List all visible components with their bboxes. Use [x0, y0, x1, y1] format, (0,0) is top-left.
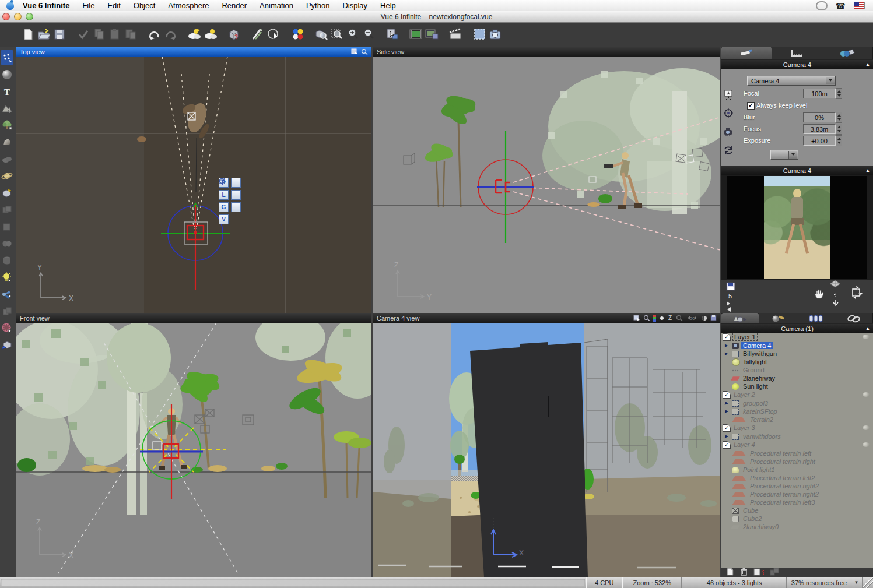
- paste-button[interactable]: [107, 26, 122, 43]
- object-row[interactable]: . Procedural terrain left: [721, 449, 873, 457]
- layer-checkbox[interactable]: ✓: [723, 391, 731, 399]
- resources-dropdown-icon[interactable]: ▼: [851, 577, 863, 588]
- viewport-zoom-icon[interactable]: [361, 48, 368, 55]
- object-label[interactable]: groupol3: [741, 400, 770, 407]
- camera-viewport-canvas[interactable]: X: [373, 323, 720, 577]
- focal-value-field[interactable]: 100m: [803, 89, 836, 98]
- import-object-tool[interactable]: [1, 185, 13, 200]
- exposure-spinner[interactable]: [836, 135, 842, 146]
- expand-icon[interactable]: ▶: [725, 399, 730, 407]
- camera-preview-frame[interactable]: [727, 176, 867, 279]
- object-label[interactable]: Ground: [741, 367, 766, 374]
- gizmo-rotate-button[interactable]: [231, 190, 241, 200]
- hypertexture-tool[interactable]: [1, 252, 13, 268]
- layer-checkbox[interactable]: ✓: [723, 441, 731, 449]
- object-row[interactable]: . Procedural terrain right: [721, 457, 873, 466]
- object-row[interactable]: . Point light1: [721, 466, 873, 474]
- redo-button[interactable]: [162, 26, 178, 43]
- zoom-in-button[interactable]: [345, 26, 360, 43]
- gizmo-resize-button[interactable]: [231, 202, 241, 212]
- pan-hand-icon[interactable]: [814, 288, 825, 302]
- zoom-out-button[interactable]: [360, 26, 376, 43]
- orbit-diamond-icon[interactable]: [829, 280, 842, 290]
- camera-select-dropdown-button[interactable]: [826, 77, 835, 84]
- layer-name[interactable]: Layer 3: [732, 424, 756, 431]
- zoom-window-button[interactable]: [26, 13, 33, 20]
- focus-value-field[interactable]: 3.83m: [803, 124, 836, 134]
- tab-links-view[interactable]: [835, 313, 873, 323]
- layer-name[interactable]: Layer 1: [732, 333, 758, 341]
- lens-dropdown[interactable]: [770, 150, 798, 160]
- layer-visibility-icon[interactable]: [863, 392, 870, 397]
- object-label[interactable]: Billywithgun: [741, 350, 779, 357]
- menu-edit[interactable]: Edit: [101, 1, 127, 10]
- layer-row[interactable]: ✓ Layer 3: [721, 424, 873, 432]
- undo-button[interactable]: [146, 26, 162, 43]
- menu-python[interactable]: Python: [300, 1, 336, 10]
- viewport-zoom-icon[interactable]: [643, 315, 650, 321]
- object-row[interactable]: . Ground: [721, 366, 873, 374]
- scatter-replicate-tool[interactable]: [1, 50, 13, 65]
- create-infinite-sphere-tool[interactable]: [1, 320, 13, 336]
- animation-wizard-button[interactable]: [448, 26, 464, 43]
- tab-material-browser[interactable]: [759, 313, 797, 323]
- menu-display[interactable]: Display: [336, 1, 374, 10]
- gizmo-v-button[interactable]: V: [219, 214, 229, 224]
- gizmo-l-button[interactable]: L: [219, 190, 229, 200]
- gizmo-move-button[interactable]: [231, 178, 241, 188]
- rgb-channels-icon[interactable]: [653, 315, 657, 322]
- tab-objects-aspect[interactable]: [822, 47, 873, 59]
- validate-button[interactable]: [75, 26, 91, 43]
- create-cloud-tool[interactable]: [1, 151, 13, 167]
- menu-object[interactable]: Object: [127, 1, 162, 10]
- keep-level-checkbox[interactable]: ✓: [747, 102, 755, 110]
- object-row[interactable]: . 2lanehiway0: [721, 523, 873, 531]
- layer-visibility-icon[interactable]: [863, 425, 870, 430]
- front-viewport-canvas[interactable]: Z X: [16, 323, 371, 577]
- rotate-view-icon[interactable]: [847, 284, 865, 303]
- object-row[interactable]: . Procedural terrain right2: [721, 490, 873, 498]
- object-label[interactable]: billylight: [742, 358, 769, 365]
- gizmo-g-button[interactable]: G: [219, 202, 229, 212]
- new-scene-button[interactable]: [20, 26, 36, 43]
- front-viewport-titlebar[interactable]: Front view: [16, 313, 371, 323]
- object-row[interactable]: . Sun light: [721, 382, 873, 390]
- object-properties-button[interactable]: ?: [226, 26, 241, 43]
- render-area-button[interactable]: [472, 26, 488, 43]
- tab-camera-settings[interactable]: [721, 47, 772, 59]
- object-label[interactable]: Camera 4: [741, 342, 773, 349]
- side-viewport-titlebar[interactable]: Side view: [373, 47, 720, 57]
- ichat-status-icon[interactable]: [816, 1, 828, 10]
- object-label[interactable]: Procedural terrain left2: [748, 474, 816, 481]
- camera-switch-icon[interactable]: [723, 126, 734, 138]
- layer-visibility-icon[interactable]: [863, 335, 870, 339]
- create-vegetation-tool[interactable]: [1, 117, 13, 133]
- top-viewport-titlebar[interactable]: Top view: [16, 47, 371, 57]
- camera-cycle-icon[interactable]: [723, 145, 734, 156]
- object-row[interactable]: . Cube: [721, 506, 873, 515]
- input-language-flag-icon[interactable]: [854, 2, 865, 9]
- camera-viewport-titlebar[interactable]: Camera 4 view Z 00: [373, 313, 720, 323]
- object-label[interactable]: Terrain2: [748, 416, 775, 423]
- object-label[interactable]: Sun light: [741, 383, 770, 390]
- alpha-channel-icon[interactable]: [660, 316, 664, 321]
- expand-icon[interactable]: ▶: [725, 432, 730, 441]
- object-row[interactable]: ▶ Billywithgun: [721, 350, 873, 358]
- object-label[interactable]: Point light1: [741, 466, 776, 473]
- viewport-display-options-icon[interactable]: [633, 315, 640, 321]
- post-render-options-button[interactable]: [408, 26, 424, 43]
- object-row[interactable]: . billylight: [721, 358, 873, 366]
- camera-select-dropdown[interactable]: Camera 4: [747, 76, 836, 86]
- camera-presets-icon[interactable]: [723, 89, 734, 100]
- menu-help[interactable]: Help: [374, 1, 402, 10]
- save-atmosphere-button[interactable]: [202, 26, 218, 43]
- object-label[interactable]: Procedural terrain right2: [748, 483, 821, 490]
- camera-target-icon[interactable]: [723, 107, 734, 119]
- create-light-tool[interactable]: [1, 269, 13, 285]
- window-title-bar[interactable]: Vue 6 Infinite – newtexlongfocal.vue: [0, 11, 873, 23]
- top-viewport-canvas[interactable]: P L G V Y X: [16, 57, 371, 313]
- window-resize-grip[interactable]: [863, 577, 873, 588]
- create-plane-tool[interactable]: [1, 303, 13, 319]
- keep-level-label[interactable]: Always keep level: [756, 102, 807, 109]
- object-label[interactable]: Cube: [741, 507, 760, 514]
